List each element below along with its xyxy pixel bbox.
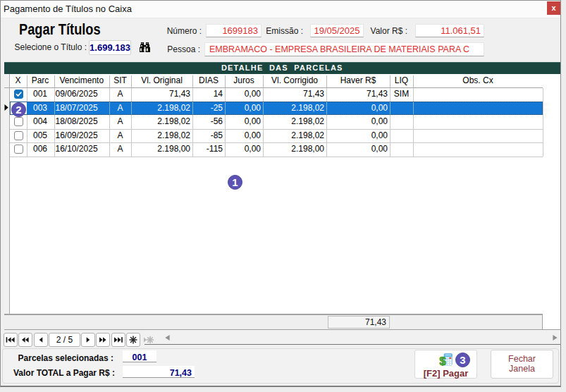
svg-text:$: $ [439,355,446,366]
